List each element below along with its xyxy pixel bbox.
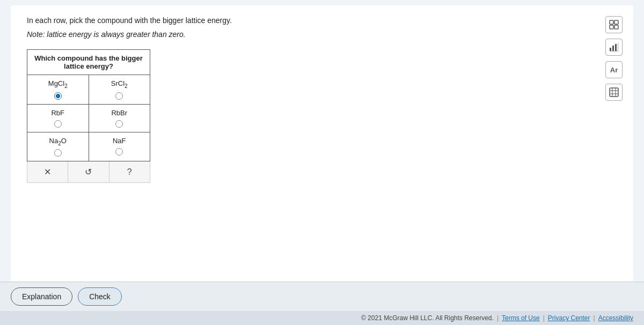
compound-label-srcl2: SrCl2 (111, 79, 128, 89)
main-content: In each row, pick the compound with the … (11, 5, 633, 282)
table-cell-mgcl2: MgCl2 (27, 75, 89, 104)
separator-2: | (543, 314, 545, 322)
footer: © 2021 McGraw Hill LLC. All Rights Reser… (0, 311, 644, 325)
bottom-bar: Explanation Check (0, 282, 644, 311)
table-cell-srcl2: SrCl2 (89, 75, 150, 104)
copyright-text: © 2021 McGraw Hill LLC. All Rights Reser… (361, 314, 494, 322)
radio-na2o[interactable] (54, 149, 62, 157)
table-cell-naf: NaF (89, 132, 150, 161)
table-row: Na2O NaF (27, 132, 150, 161)
compound-label-na2o: Na2O (49, 137, 67, 146)
compound-label-mgcl2: MgCl2 (48, 79, 68, 89)
separator-1: | (497, 314, 499, 322)
separator-3: | (594, 314, 595, 322)
radio-rbf[interactable] (54, 120, 62, 128)
element-icon[interactable]: Ar (605, 61, 623, 78)
svg-rect-4 (610, 48, 611, 51)
action-bar: ✕ ↺ ? (27, 161, 150, 183)
table-header: Which compound has the bigger lattice en… (27, 50, 150, 75)
radio-mgcl2[interactable] (54, 92, 62, 100)
radio-rbbr[interactable] (115, 120, 123, 128)
note-text: Note: lattice energy is always greater t… (27, 30, 617, 39)
help-table-icon[interactable] (605, 84, 623, 101)
question-table-wrapper: Which compound has the bigger lattice en… (27, 49, 150, 183)
svg-rect-2 (610, 25, 613, 29)
hint-button[interactable]: ? (109, 161, 150, 182)
periodic-table-icon[interactable] (605, 16, 623, 33)
explanation-button[interactable]: Explanation (11, 287, 72, 306)
undo-button[interactable]: ↺ (68, 161, 109, 182)
svg-rect-9 (610, 88, 618, 97)
table-cell-rbf: RbF (27, 105, 89, 132)
privacy-link[interactable]: Privacy Center (548, 314, 590, 322)
table-cell-rbbr: RbBr (89, 105, 150, 132)
element-label: Ar (610, 66, 618, 74)
svg-rect-8 (610, 51, 618, 51)
svg-rect-0 (610, 20, 613, 24)
table-row: MgCl2 SrCl2 (27, 75, 150, 105)
radio-naf[interactable] (115, 148, 123, 156)
compound-label-naf: NaF (113, 137, 126, 145)
table-cell-na2o: Na2O (27, 132, 89, 161)
svg-rect-3 (614, 25, 618, 29)
instruction-text: In each row, pick the compound with the … (27, 16, 617, 25)
compound-label-rbbr: RbBr (111, 109, 127, 117)
svg-rect-6 (615, 44, 617, 51)
radio-srcl2[interactable] (115, 92, 123, 100)
svg-rect-5 (612, 46, 614, 51)
question-table: Which compound has the bigger lattice en… (27, 49, 150, 161)
svg-rect-1 (614, 20, 618, 24)
check-button[interactable]: Check (78, 287, 122, 306)
compound-label-rbf: RbF (51, 109, 64, 117)
accessibility-link[interactable]: Accessibility (598, 314, 633, 322)
svg-rect-7 (618, 43, 618, 51)
table-row: RbF RbBr (27, 105, 150, 132)
sidebar-icons: Ar (605, 16, 623, 101)
chart-icon[interactable] (605, 39, 623, 56)
clear-button[interactable]: ✕ (27, 161, 68, 182)
terms-link[interactable]: Terms of Use (502, 314, 540, 322)
